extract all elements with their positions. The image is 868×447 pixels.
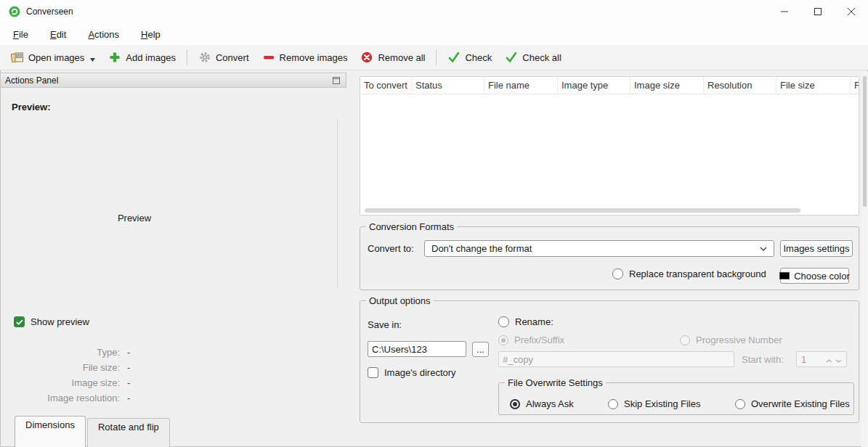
check-label: Check xyxy=(465,52,492,63)
images-directory-checkbox[interactable]: Image's directory xyxy=(368,367,456,378)
main-pane: To convert Status File name Image type I… xyxy=(360,76,859,447)
add-images-button[interactable]: Add images xyxy=(102,47,182,67)
images-settings-button[interactable]: Images settings xyxy=(780,240,853,257)
radio-dot xyxy=(680,335,690,345)
radio-dot xyxy=(510,399,520,409)
start-with-spinbox[interactable]: 1 xyxy=(796,351,847,367)
open-images-menu-arrow-icon[interactable] xyxy=(90,58,95,62)
preview-area-divider xyxy=(337,119,338,287)
remove-all-button[interactable]: Remove all xyxy=(354,47,431,67)
show-preview-checkbox[interactable]: Show preview xyxy=(14,316,89,327)
property-label: File size: xyxy=(0,362,120,373)
prefix-suffix-label: Prefix/Suffix xyxy=(514,335,564,345)
vertical-scrollbar-thumb[interactable] xyxy=(863,76,867,207)
convert-to-label: Convert to: xyxy=(368,243,414,254)
column-header-resolution[interactable]: Resolution xyxy=(704,77,776,94)
check-icon xyxy=(447,52,461,63)
titlebar: Converseen xyxy=(0,0,868,23)
overwrite-existing-files-radio[interactable]: Overwrite Existing Files xyxy=(735,398,850,409)
radio-dot xyxy=(735,399,745,409)
progressive-number-radio[interactable]: Progressive Number xyxy=(680,335,782,345)
always-ask-radio[interactable]: Always Ask xyxy=(510,398,574,409)
chevron-down-icon xyxy=(760,247,767,251)
actions-tab-bar: Dimensions Rotate and flip xyxy=(15,416,170,447)
remove-images-label: Remove images xyxy=(280,52,348,63)
save-path-input[interactable] xyxy=(368,341,466,357)
menu-edit[interactable]: Edit xyxy=(43,25,73,44)
column-header-image-size[interactable]: Image size xyxy=(630,77,704,94)
skip-existing-files-radio[interactable]: Skip Existing Files xyxy=(608,398,700,409)
spinbox-arrows xyxy=(826,354,842,365)
app-logo-icon xyxy=(9,6,20,17)
file-list-empty-area xyxy=(360,94,859,206)
rename-label: Rename: xyxy=(515,316,553,327)
browse-button[interactable]: ... xyxy=(472,342,489,357)
property-value: - xyxy=(127,347,130,358)
file-list-table: To convert Status File name Image type I… xyxy=(360,76,859,216)
output-options-title: Output options xyxy=(366,295,434,306)
remove-images-icon xyxy=(262,52,275,63)
checkbox-box xyxy=(14,316,25,327)
choose-color-button[interactable]: Choose color xyxy=(780,268,849,284)
column-header-file-name[interactable]: File name xyxy=(484,77,558,94)
format-combobox-value: Don't change the format xyxy=(431,243,532,254)
spin-up-icon[interactable] xyxy=(826,354,832,365)
converseen-window: Converseen File Edit Actions Help xyxy=(0,0,868,447)
save-in-label: Save in: xyxy=(368,319,402,330)
menu-actions[interactable]: Actions xyxy=(81,25,126,44)
column-header-file-size[interactable]: File size xyxy=(776,77,851,94)
checkbox-box xyxy=(498,316,509,327)
check-all-icon xyxy=(505,52,518,63)
open-images-icon xyxy=(11,52,24,63)
property-value: - xyxy=(127,377,130,388)
dock-float-button[interactable] xyxy=(331,75,341,86)
check-all-button[interactable]: Check all xyxy=(498,47,567,67)
tab-rotate-and-flip[interactable]: Rotate and flip xyxy=(87,418,170,447)
checkbox-box xyxy=(368,367,378,378)
menubar: File Edit Actions Help xyxy=(0,23,868,45)
always-ask-label: Always Ask xyxy=(526,398,574,409)
image-properties: Type: - File size: - Image size: - Image… xyxy=(0,347,130,403)
preview-section-label: Preview: xyxy=(12,102,50,112)
property-label: Image resolution: xyxy=(0,393,120,403)
menu-help[interactable]: Help xyxy=(134,25,168,44)
minimize-button[interactable] xyxy=(768,0,801,23)
replace-transparent-background-label: Replace transparent background xyxy=(629,268,766,279)
convert-button[interactable]: Convert xyxy=(192,47,256,67)
column-header-to-convert[interactable]: To convert xyxy=(360,77,412,94)
actions-panel: Actions Panel Preview: Preview Show prev… xyxy=(0,73,354,447)
check-button[interactable]: Check xyxy=(441,47,498,67)
vertical-scrollbar[interactable] xyxy=(861,72,868,447)
format-combobox[interactable]: Don't change the format xyxy=(424,240,774,257)
rename-checkbox[interactable]: Rename: xyxy=(498,316,553,327)
window-title: Converseen xyxy=(26,7,73,17)
conversion-formats-group: Conversion Formats Convert to: Don't cha… xyxy=(360,226,859,290)
toolbar: Open images Add images Convert xyxy=(0,45,868,70)
spin-down-icon[interactable] xyxy=(835,354,842,365)
start-with-value: 1 xyxy=(801,354,806,365)
menu-file[interactable]: File xyxy=(6,25,36,44)
maximize-button[interactable] xyxy=(801,0,835,23)
column-header-image-type[interactable]: Image type xyxy=(558,77,630,94)
file-overwrite-settings-title: File Overwrite Settings xyxy=(505,377,606,388)
prefix-suffix-radio[interactable]: Prefix/Suffix xyxy=(498,335,564,345)
table-header-row: To convert Status File name Image type I… xyxy=(360,77,859,94)
remove-images-button[interactable]: Remove images xyxy=(256,47,354,67)
remove-all-label: Remove all xyxy=(378,52,425,63)
rename-pattern-input[interactable] xyxy=(498,351,734,367)
horizontal-scrollbar-thumb[interactable] xyxy=(365,208,800,213)
actions-panel-title: Actions Panel xyxy=(5,75,58,86)
show-preview-label: Show preview xyxy=(31,316,89,327)
preview-placeholder: Preview xyxy=(0,213,269,224)
tab-dimensions[interactable]: Dimensions xyxy=(15,416,86,447)
open-images-label: Open images xyxy=(28,52,84,63)
open-images-button[interactable]: Open images xyxy=(4,47,102,67)
close-button[interactable] xyxy=(835,0,868,23)
toolbar-separator xyxy=(436,49,437,65)
replace-transparent-background-checkbox[interactable]: Replace transparent background xyxy=(612,268,766,279)
column-header-clipped[interactable]: Fil xyxy=(851,77,859,94)
overwrite-existing-files-label: Overwrite Existing Files xyxy=(751,398,850,409)
convert-label: Convert xyxy=(216,52,249,63)
column-header-status[interactable]: Status xyxy=(412,77,484,94)
table-horizontal-scrollbar[interactable] xyxy=(362,208,856,213)
